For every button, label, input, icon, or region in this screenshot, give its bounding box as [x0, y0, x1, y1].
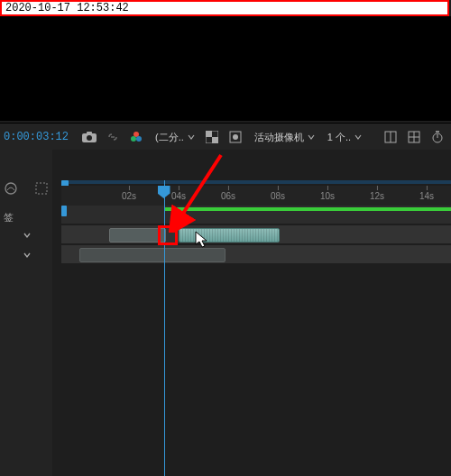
color-icon[interactable] — [128, 129, 144, 145]
svg-point-3 — [133, 132, 139, 137]
render-range-bar[interactable] — [164, 207, 452, 211]
svg-rect-7 — [206, 131, 212, 137]
svg-rect-1 — [87, 132, 92, 134]
link-icon[interactable] — [105, 129, 121, 145]
clip-layer-2[interactable] — [79, 248, 226, 262]
timeline-left-panel: 签 — [0, 150, 53, 476]
camera-dropdown[interactable]: 活动摄像机 — [249, 127, 318, 147]
snapshot-icon[interactable] — [81, 129, 97, 145]
clip-layer-1b[interactable] — [179, 228, 280, 243]
svg-rect-8 — [212, 137, 218, 143]
current-timecode[interactable]: 0:00:03:12 — [4, 131, 69, 143]
svg-point-4 — [131, 136, 136, 142]
svg-point-10 — [233, 134, 238, 140]
stopwatch-icon[interactable] — [429, 129, 446, 145]
grid-icon[interactable] — [406, 129, 422, 145]
annotation-highlight-box — [158, 225, 178, 245]
view-count-dropdown[interactable]: 1 个.. — [322, 127, 365, 147]
ruler-tick: 14s — [419, 191, 434, 201]
in-point-marker[interactable] — [61, 206, 67, 216]
layer-expand-2[interactable] — [18, 247, 36, 263]
preview-viewport[interactable] — [0, 16, 451, 121]
svg-point-19 — [5, 183, 16, 194]
left-tag-label: 签 — [4, 211, 14, 224]
ruler-tick: 04s — [171, 191, 186, 201]
timeline-panel[interactable]: 02s04s06s08s10s12s14s16s — [52, 150, 451, 476]
mask-icon[interactable] — [227, 129, 244, 145]
ruler-tick: 02s — [122, 191, 136, 201]
svg-rect-20 — [36, 183, 47, 194]
transparency-grid-icon[interactable] — [204, 129, 220, 145]
ruler-tick: 08s — [271, 191, 285, 201]
ruler-tick: 06s — [221, 191, 235, 201]
render-queue-icon[interactable] — [34, 180, 49, 197]
time-ruler[interactable]: 02s04s06s08s10s12s14s16s — [61, 186, 451, 206]
resolution-dropdown[interactable]: (二分.. — [150, 127, 198, 147]
ruler-tick: 12s — [370, 191, 384, 201]
work-area-strip[interactable] — [61, 180, 451, 184]
preview-toolbar: 0:00:03:12 (二分.. 活动摄像机 1 个.. — [0, 123, 451, 151]
svg-point-2 — [87, 135, 92, 141]
timestamp-overlay: 2020-10-17 12:53:42 — [0, 0, 449, 16]
view-layout-icon[interactable] — [382, 129, 399, 145]
svg-point-5 — [136, 136, 142, 142]
graph-editor-icon[interactable] — [4, 180, 18, 197]
layer-expand-1[interactable] — [18, 227, 36, 243]
ruler-tick: 10s — [320, 191, 335, 201]
